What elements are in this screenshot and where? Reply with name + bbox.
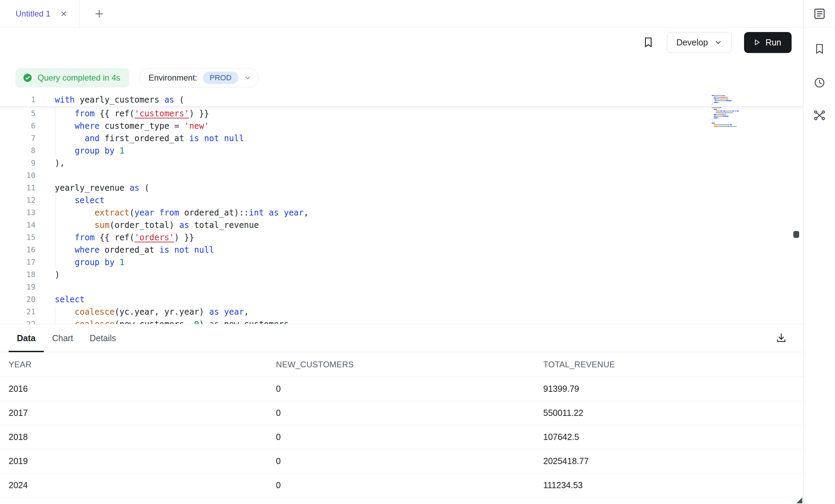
code-token: extract	[95, 208, 130, 218]
table-row[interactable]: 20240111234.53	[0, 473, 803, 497]
clock-icon	[813, 76, 826, 89]
table-cell: 0	[276, 432, 543, 442]
code-line-9[interactable]: 9),	[0, 157, 803, 169]
minimap-segment	[723, 116, 729, 117]
run-button[interactable]: Run	[744, 32, 792, 53]
code-line-10[interactable]: 10	[0, 169, 803, 182]
table-cell: 107642.5	[543, 432, 803, 442]
code-token: ordered_at)::	[179, 208, 249, 218]
code-token: yearly_customers	[75, 95, 164, 105]
close-icon	[60, 10, 68, 18]
table-row[interactable]: 20180107642.5	[0, 425, 803, 449]
table-cell: 2017	[9, 408, 276, 418]
code-line-21[interactable]: 21 coalesce(yc.year, yr.year) as year,	[0, 306, 803, 318]
code-token: (	[130, 208, 134, 218]
table-row[interactable]: 20170550011.22	[0, 401, 803, 425]
code-token: (	[174, 95, 184, 105]
outline-panel-button[interactable]	[813, 7, 826, 20]
code-editor[interactable]: 1with yearly_customers as ( 5 from {{ re…	[0, 94, 803, 324]
code-line-7[interactable]: 7 and first_ordered_at is not null	[0, 132, 803, 145]
code-token: 1	[120, 146, 124, 156]
code-text: where ordered_at is not null	[55, 244, 214, 256]
code-line-11[interactable]: 11yearly_revenue as (	[0, 182, 803, 194]
code-token: year	[284, 208, 304, 218]
minimap-line	[712, 112, 752, 113]
bookmarks-panel-button[interactable]	[813, 43, 826, 55]
minimap-segment	[717, 116, 723, 117]
code-line-17[interactable]: 17 group by 1	[0, 256, 803, 269]
code-line-22[interactable]: 22 coalesce(new_customers, 0) as new_cus…	[0, 318, 803, 324]
code-token: year	[224, 307, 244, 317]
tab-untitled-1[interactable]: Untitled 1	[0, 0, 79, 27]
code-token	[55, 245, 75, 255]
code-line-15[interactable]: 15 from {{ ref('orders') }}	[0, 231, 803, 244]
code-token: group by	[75, 258, 115, 267]
lineage-panel-button[interactable]	[813, 109, 826, 122]
minimap-line	[712, 124, 752, 125]
code-token	[154, 208, 159, 218]
minimap-segment	[714, 98, 717, 99]
code-line-13[interactable]: 13 extract(year from ordered_at)::int as…	[0, 207, 803, 219]
code-token: new_customers,	[219, 319, 294, 324]
code-line-6[interactable]: 6 where customer_type = 'new'	[0, 120, 803, 132]
tab-divider	[79, 0, 80, 27]
download-button[interactable]	[775, 332, 787, 344]
code-line-5[interactable]: 5 from {{ ref('customers') }}	[0, 107, 803, 120]
minimap-segment	[714, 126, 718, 127]
code-text: and first_ordered_at is not null	[55, 132, 244, 145]
results-tab-data[interactable]: Data	[9, 324, 44, 352]
minimap-segment	[716, 114, 720, 115]
code-token: total_revenue	[189, 220, 259, 230]
table-row[interactable]: 201902025418.77	[0, 449, 803, 473]
column-header: TOTAL_REVENUE	[543, 360, 803, 369]
scrollbar-thumb[interactable]	[793, 231, 799, 238]
table-row[interactable]: 2016091399.79	[0, 377, 803, 401]
code-line-20[interactable]: 20select	[0, 293, 803, 306]
code-token: where	[75, 245, 100, 255]
code-token: 'orders'	[134, 233, 174, 242]
code-token: where	[75, 121, 100, 131]
code-token: from	[75, 233, 95, 242]
code-text: )	[55, 269, 60, 281]
code-token: {{ ref(	[95, 233, 135, 242]
line-number: 17	[0, 256, 35, 269]
resize-corner-handle[interactable]	[796, 497, 802, 503]
bookmark-icon	[813, 43, 826, 55]
indent-guide	[55, 306, 55, 324]
results-tab-bar: DataChartDetails	[0, 324, 803, 352]
minimap-segment	[726, 100, 732, 101]
environment-selector[interactable]: Environment: PROD	[139, 68, 259, 87]
minimap-segment	[716, 111, 720, 112]
bookmark-button[interactable]	[642, 36, 654, 49]
minimap[interactable]	[712, 95, 752, 128]
code-token	[114, 258, 119, 267]
table-cell: 0	[276, 384, 543, 394]
new-tab-button[interactable]	[94, 0, 104, 27]
minimap-segment	[712, 104, 713, 105]
code-token: ordered_at	[100, 245, 159, 255]
code-line-12[interactable]: 12 select	[0, 194, 803, 207]
develop-dropdown[interactable]: Develop	[667, 32, 732, 53]
code-line-16[interactable]: 16 where ordered_at is not null	[0, 244, 803, 256]
results-panel: DataChartDetails YEARNEW_CUSTOMERSTOTAL_…	[0, 324, 803, 504]
results-tab-chart[interactable]: Chart	[44, 324, 81, 352]
minimap-segment	[714, 117, 718, 118]
minimap-line	[712, 109, 752, 110]
line-number: 21	[0, 306, 35, 318]
code-line-1[interactable]: 1with yearly_customers as (	[0, 94, 803, 106]
code-line-8[interactable]: 8 group by 1	[0, 145, 803, 157]
code-lines[interactable]: 5 from {{ ref('customers') }}6 where cus…	[0, 107, 803, 324]
code-line-18[interactable]: 18)	[0, 269, 803, 281]
code-line-14[interactable]: 14 sum(order_total) as total_revenue	[0, 219, 803, 231]
minimap-line	[712, 98, 752, 99]
code-text: sum(order_total) as total_revenue	[55, 219, 259, 231]
results-tab-details[interactable]: Details	[81, 324, 124, 352]
code-line-19[interactable]: 19	[0, 281, 803, 293]
minimap-segment	[716, 97, 720, 98]
tab-close-button[interactable]	[60, 10, 68, 18]
history-panel-button[interactable]	[813, 76, 826, 89]
line-number: 16	[0, 244, 35, 256]
line-number: 8	[0, 145, 35, 157]
sticky-scroll-line[interactable]: 1with yearly_customers as (	[0, 94, 803, 106]
bookmark-icon	[642, 36, 654, 49]
